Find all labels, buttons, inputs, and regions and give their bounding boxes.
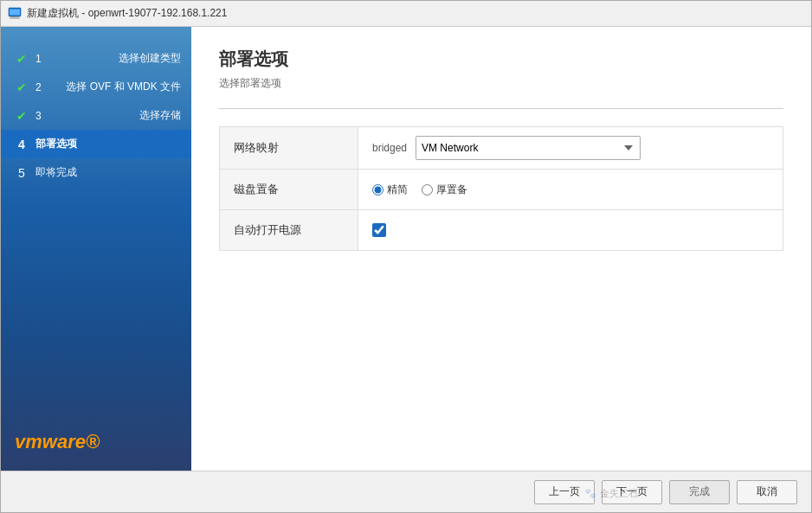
step3-label: 3 bbox=[35, 110, 132, 122]
disk-provision-value: 精简 厚置备 bbox=[358, 170, 783, 209]
main-window: 新建虚拟机 - openwrt-19077-192.168.1.221 ✔ 1 … bbox=[0, 0, 812, 513]
window-body: ✔ 1 选择创建类型 ✔ 2 选择 OVF 和 VMDK 文件 ✔ 3 选择存储… bbox=[1, 27, 811, 471]
watermark-text: 金失三石 bbox=[600, 487, 638, 500]
thin-label: 精简 bbox=[387, 183, 408, 197]
title-text: 新建虚拟机 - openwrt-19077-192.168.1.221 bbox=[27, 6, 227, 21]
sidebar: ✔ 1 选择创建类型 ✔ 2 选择 OVF 和 VMDK 文件 ✔ 3 选择存储… bbox=[1, 27, 191, 471]
logo-dot: ® bbox=[86, 431, 100, 452]
watermark: 🐾 金失三石 bbox=[584, 487, 638, 500]
power-on-label: 自动打开电源 bbox=[220, 210, 358, 250]
logo-ware: ware bbox=[42, 431, 86, 452]
step2-text: 选择 OVF 和 VMDK 文件 bbox=[66, 80, 181, 94]
disk-radio-group: 精简 厚置备 bbox=[372, 183, 467, 197]
step1-text: 选择创建类型 bbox=[119, 51, 181, 66]
disk-provision-label: 磁盘置备 bbox=[220, 170, 358, 209]
step1-label: 1 bbox=[35, 53, 112, 65]
step1-check-icon: ✔ bbox=[15, 52, 29, 66]
svg-rect-2 bbox=[10, 17, 20, 19]
thick-radio[interactable] bbox=[422, 184, 433, 196]
power-on-checkbox[interactable] bbox=[372, 223, 386, 237]
step3-text: 选择存储 bbox=[139, 108, 181, 123]
svg-rect-3 bbox=[10, 9, 20, 15]
network-select[interactable]: VM Network bbox=[416, 136, 641, 160]
page-title: 部署选项 bbox=[219, 48, 783, 71]
sidebar-step-5[interactable]: 5 即将完成 bbox=[1, 158, 191, 187]
cancel-button[interactable]: 取消 bbox=[737, 480, 797, 504]
step3-check-icon: ✔ bbox=[15, 109, 29, 123]
watermark-icon: 🐾 bbox=[584, 488, 596, 499]
sidebar-step-4[interactable]: 4 部署选项 bbox=[1, 130, 191, 158]
step5-number-icon: 5 bbox=[15, 166, 29, 180]
content-area: 部署选项 选择部署选项 网络映射 bridged VM Network 磁盘置备 bbox=[191, 27, 811, 471]
step4-number-icon: 4 bbox=[15, 138, 29, 151]
thick-radio-option[interactable]: 厚置备 bbox=[422, 183, 467, 197]
logo-vm: vm bbox=[15, 431, 42, 452]
bridged-label: bridged bbox=[372, 142, 407, 154]
thick-label: 厚置备 bbox=[436, 183, 467, 197]
title-bar: 新建虚拟机 - openwrt-19077-192.168.1.221 bbox=[1, 1, 811, 27]
step2-label: 2 bbox=[35, 81, 59, 93]
sidebar-step-1[interactable]: ✔ 1 选择创建类型 bbox=[1, 44, 191, 73]
thin-radio-option[interactable]: 精简 bbox=[372, 183, 408, 197]
sidebar-step-2[interactable]: ✔ 2 选择 OVF 和 VMDK 文件 bbox=[1, 73, 191, 101]
step4-text: 部署选项 bbox=[35, 137, 77, 151]
vmware-logo: vmware® bbox=[1, 414, 191, 471]
button-bar: 🐾 金失三石 上一页 下一页 完成 取消 bbox=[1, 471, 811, 512]
title-icon bbox=[8, 7, 22, 21]
step2-check-icon: ✔ bbox=[15, 80, 29, 94]
power-on-value bbox=[358, 210, 783, 250]
thin-radio[interactable] bbox=[372, 184, 383, 196]
divider bbox=[219, 108, 783, 109]
disk-provision-row: 磁盘置备 精简 厚置备 bbox=[219, 169, 783, 210]
network-mapping-value: bridged VM Network bbox=[358, 127, 783, 169]
svg-rect-1 bbox=[10, 16, 19, 18]
finish-button[interactable]: 完成 bbox=[669, 480, 730, 504]
sidebar-step-3[interactable]: ✔ 3 选择存储 bbox=[1, 101, 191, 130]
network-mapping-label: 网络映射 bbox=[220, 127, 358, 169]
page-subtitle: 选择部署选项 bbox=[219, 76, 783, 91]
step5-text: 即将完成 bbox=[35, 165, 77, 180]
network-mapping-row: 网络映射 bridged VM Network bbox=[219, 126, 783, 170]
power-on-row: 自动打开电源 bbox=[219, 209, 783, 251]
